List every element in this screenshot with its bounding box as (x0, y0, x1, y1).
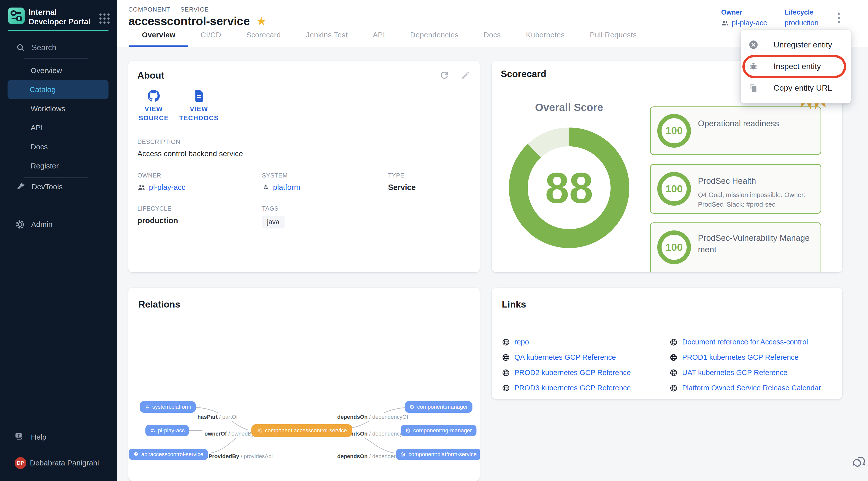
sidebar-search[interactable]: Search (16, 43, 56, 52)
breadcrumb: COMPONENT — SERVICE (128, 6, 209, 13)
view-source-label: VIEW SOURCE (137, 104, 170, 123)
scorecard-check-operational-readiness[interactable]: 100 Operational readiness (650, 106, 821, 155)
lifecycle-value: production (785, 19, 818, 27)
owner-link[interactable]: pl-play-acc (149, 183, 185, 192)
links-title: Links (502, 299, 835, 310)
search-icon (16, 43, 25, 52)
score-ring: 100 (657, 172, 691, 205)
sidebar-item-label: Workflows (31, 104, 65, 113)
component-chip-icon (409, 404, 415, 410)
menu-item-unregister-entity[interactable]: Unregister entity (741, 34, 851, 56)
group-icon (721, 19, 728, 27)
edge-label-dependson-1: dependsOn / dependencyOf (335, 413, 410, 421)
check-description: Q4 Goal, mission impossible. Owner: Prod… (698, 190, 814, 209)
scorecard-check-prodsec-health[interactable]: 100 ProdSec Health Q4 Goal, mission impo… (650, 164, 821, 214)
edit-pencil-icon[interactable] (461, 70, 471, 81)
field-type: TYPE Service (388, 172, 471, 192)
tab-api[interactable]: API (361, 23, 398, 47)
sidebar-item-label: API (31, 124, 43, 132)
sidebar-item-admin[interactable]: Admin (15, 217, 53, 231)
api-puzzle-icon (133, 452, 139, 457)
link-repo[interactable]: repo (502, 338, 670, 346)
system-icon (144, 404, 150, 410)
app-title: Internal Developer Portal (29, 7, 91, 27)
sidebar-item-register[interactable]: Register (0, 156, 117, 175)
sidebar-item-help[interactable]: ? Help (15, 430, 46, 444)
owner-block: Owner pl-play-acc (721, 8, 767, 27)
tab-jenkins-test[interactable]: Jenkins Test (293, 23, 360, 47)
tab-dependencies[interactable]: Dependencies (398, 23, 471, 47)
copy-icon (748, 83, 758, 93)
lifecycle-block: Lifecycle production (785, 8, 818, 27)
scorecard-check-prodsec-vulnerability[interactable]: 100 ProdSec-Vulnerability Management (650, 222, 821, 272)
view-techdocs-label: VIEW TECHDOCS (179, 104, 219, 123)
check-title: Operational readiness (698, 118, 814, 129)
sidebar-item-workflows[interactable]: Workflows (0, 99, 117, 118)
sidebar-item-api[interactable]: API (0, 118, 117, 137)
refresh-icon[interactable] (439, 70, 450, 81)
svg-text:?: ? (17, 433, 20, 437)
menu-item-copy-entity-url[interactable]: Copy entity URL (741, 77, 851, 99)
app-logo[interactable] (8, 7, 25, 24)
link-prod1-kubernetes[interactable]: PROD1 kubernetes GCP Reference (670, 353, 835, 361)
techdocs-icon (193, 90, 205, 102)
node-component-manager[interactable]: component:manager (405, 401, 472, 413)
sidebar-user[interactable]: DP Debabrata Panigrahi (14, 457, 99, 469)
globe-icon (502, 384, 510, 392)
owner-value-link[interactable]: pl-play-acc (732, 19, 767, 27)
sidebar-header: Internal Developer Portal (8, 7, 111, 27)
globe-icon (670, 369, 678, 377)
link-uat-kubernetes[interactable]: UAT kubernetes GCP Reference (670, 368, 835, 377)
system-link[interactable]: platform (273, 183, 300, 192)
relations-graph[interactable]: hasPart / partOf ownerOf / ownedBy apiPr… (128, 288, 480, 481)
tab-kubernetes[interactable]: Kubernetes (514, 23, 577, 47)
scorecard-title: Scorecard (501, 69, 546, 79)
link-document-reference[interactable]: Document reference for Access-control (670, 338, 835, 346)
sidebar-item-label: Docs (31, 142, 48, 151)
tab-pull-requests[interactable]: Pull Requests (578, 23, 650, 47)
link-prod3-kubernetes[interactable]: PROD3 kubernetes GCP Reference (502, 384, 670, 392)
sidebar-divider (24, 178, 88, 178)
apps-grid-icon[interactable] (98, 12, 111, 26)
globe-icon (670, 353, 678, 361)
help-chat-icon: ? (15, 432, 25, 442)
link-qa-kubernetes[interactable]: QA kubernetes GCP Reference (502, 353, 670, 361)
node-component-platform-service[interactable]: component:platform-service (396, 449, 480, 460)
node-system-platform[interactable]: system:platform (140, 401, 196, 413)
link-release-calendar[interactable]: Platform Owned Service Release Calendar (670, 384, 835, 392)
lifecycle-label: Lifecycle (785, 8, 818, 16)
node-pl-play-acc[interactable]: pl-play-acc (146, 425, 189, 436)
kebab-menu-button[interactable] (836, 11, 841, 25)
menu-item-inspect-entity[interactable]: Inspect entity (741, 56, 851, 77)
logo-glyph (8, 7, 25, 24)
globe-icon (670, 338, 678, 346)
tab-docs[interactable]: Docs (471, 23, 514, 47)
field-tags: TAGS java (262, 205, 388, 228)
feedback-chat-button[interactable] (852, 456, 867, 472)
sidebar-item-docs[interactable]: Docs (0, 137, 117, 156)
globe-icon (502, 338, 510, 346)
link-prod2-kubernetes[interactable]: PROD2 kubernetes GCP Reference (502, 368, 670, 377)
node-component-accesscontrol-service[interactable]: component:accesscontrol-service (251, 424, 352, 437)
tab-overview[interactable]: Overview (129, 23, 188, 47)
component-chip-icon (405, 428, 411, 433)
github-icon (148, 90, 160, 102)
node-component-ng-manager[interactable]: component:ng-manager (401, 425, 476, 436)
entity-context-menu: Unregister entity Inspect entity Copy en… (741, 30, 851, 103)
cancel-circle-icon (748, 40, 758, 50)
tab-scorecard[interactable]: Scorecard (234, 23, 293, 47)
sidebar-item-label: Overview (31, 66, 62, 75)
sidebar-item-devtools[interactable]: DevTools (16, 180, 63, 194)
group-icon (137, 183, 146, 191)
tag-chip[interactable]: java (262, 216, 285, 228)
sidebar-item-catalog[interactable]: Catalog (7, 80, 108, 99)
tab-cicd[interactable]: CI/CD (188, 23, 234, 47)
edge-label-ownerof: ownerOf / ownedBy (203, 430, 256, 438)
view-techdocs-link[interactable]: VIEW TECHDOCS (183, 90, 215, 123)
view-source-link[interactable]: VIEW SOURCE (137, 90, 170, 123)
component-chip-icon (400, 452, 406, 457)
sidebar-item-overview[interactable]: Overview (0, 61, 117, 80)
sidebar-divider-wide (8, 207, 108, 207)
node-api-accesscontrol-service[interactable]: api:accesscontrol-service (129, 449, 208, 460)
description-label: DESCRIPTION (137, 138, 471, 146)
